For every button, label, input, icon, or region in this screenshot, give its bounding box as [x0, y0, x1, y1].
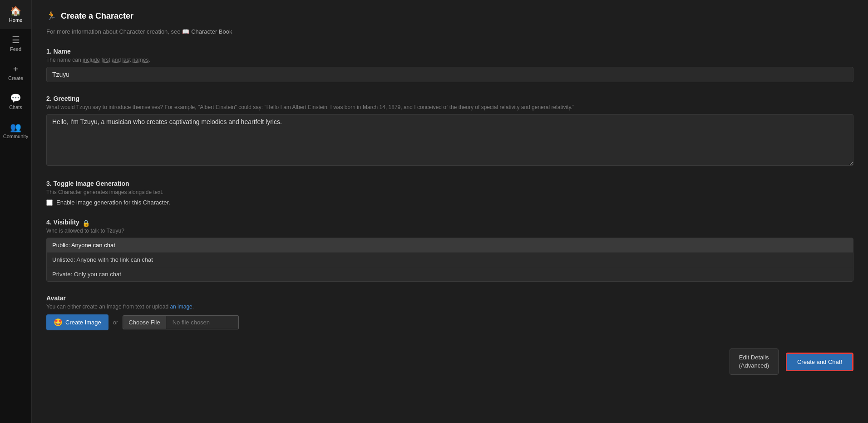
sidebar-item-feed-label: Feed: [10, 46, 21, 52]
visibility-option-unlisted[interactable]: Unlisted: Anyone with the link can chat: [47, 252, 853, 267]
sidebar-item-create[interactable]: + Create: [0, 58, 31, 87]
sidebar-item-chats[interactable]: 💬 Chats: [0, 87, 31, 116]
sidebar-item-feed[interactable]: ☰ Feed: [0, 29, 31, 58]
sidebar-item-home[interactable]: 🏠 Home: [0, 0, 31, 29]
main-content: 🏃 Create a Character For more informatio…: [32, 0, 868, 423]
edit-details-button[interactable]: Edit Details(Advanced): [730, 348, 779, 375]
greeting-section: 2. Greeting What would Tzuyu say to intr…: [46, 95, 853, 167]
create-image-label: Create Image: [65, 319, 101, 326]
visibility-section: 4. Visibility 🔒 Who is allowed to talk t…: [46, 219, 853, 282]
sidebar-item-community[interactable]: 👥 Community: [0, 116, 31, 145]
toggle-image-section: 3. Toggle Image Generation This Characte…: [46, 180, 853, 206]
sidebar-item-home-label: Home: [9, 17, 22, 23]
create-image-button[interactable]: 🤩 Create Image: [46, 314, 108, 330]
toggle-image-title: 3. Toggle Image Generation: [46, 180, 853, 187]
page-icon: 🏃: [46, 11, 56, 21]
feed-icon: ☰: [12, 35, 20, 45]
greeting-textarea[interactable]: Hello, I'm Tzuyu, a musician who creates…: [46, 114, 853, 166]
page-subtitle: For more information about Character cre…: [46, 28, 853, 35]
character-book-link[interactable]: 📖📖Character BookCharacter Book: [182, 28, 232, 35]
visibility-option-public[interactable]: Public: Anyone can chat: [47, 238, 853, 252]
chats-icon: 💬: [10, 94, 21, 103]
plus-icon: +: [13, 65, 19, 74]
greeting-section-title: 2. Greeting: [46, 95, 853, 102]
avatar-section: Avatar You can either create an image fr…: [46, 294, 853, 330]
avatar-desc: You can either create an image from text…: [46, 304, 853, 310]
home-icon: 🏠: [10, 6, 21, 15]
avatar-title: Avatar: [46, 294, 853, 302]
visibility-select[interactable]: Public: Anyone can chat Unlisted: Anyone…: [46, 238, 853, 282]
sidebar-item-create-label: Create: [8, 75, 23, 81]
name-section-title: 1. Name: [46, 48, 853, 55]
greeting-section-desc: What would Tzuyu say to introduce themse…: [46, 104, 853, 110]
upload-image-link[interactable]: an image: [170, 304, 192, 310]
page-header: 🏃 Create a Character: [46, 11, 853, 21]
community-icon: 👥: [10, 123, 21, 132]
visibility-title-row: 4. Visibility 🔒: [46, 219, 853, 228]
book-icon: 📖: [182, 28, 189, 35]
avatar-controls: 🤩 Create Image or Choose File No file ch…: [46, 314, 853, 330]
create-and-chat-button[interactable]: Create and Chat!: [786, 353, 853, 371]
page-title: Create a Character: [61, 11, 133, 21]
name-section-desc: The name can include first and last name…: [46, 57, 853, 63]
action-row: Edit Details(Advanced) Create and Chat!: [46, 348, 853, 386]
image-generation-label[interactable]: Enable image generation for this Charact…: [56, 199, 170, 206]
sidebar-item-community-label: Community: [3, 134, 29, 139]
name-input[interactable]: [46, 67, 853, 82]
or-text: or: [113, 319, 118, 326]
sidebar-item-chats-label: Chats: [9, 105, 22, 110]
create-image-emoji: 🤩: [54, 318, 63, 327]
visibility-section-desc: Who is allowed to talk to Tzuyu?: [46, 228, 853, 234]
toggle-image-desc: This Character generates images alongsid…: [46, 189, 853, 195]
lock-icon: 🔒: [82, 219, 90, 227]
file-name-display: No file chosen: [166, 315, 239, 329]
image-generation-checkbox[interactable]: [46, 199, 53, 206]
image-generation-checkbox-row: Enable image generation for this Charact…: [46, 199, 853, 206]
sidebar: 🏠 Home ☰ Feed + Create 💬 Chats 👥 Communi…: [0, 0, 32, 423]
name-section: 1. Name The name can include first and l…: [46, 48, 853, 82]
choose-file-button[interactable]: Choose File: [123, 315, 166, 329]
file-input-wrapper: Choose File No file chosen: [123, 315, 238, 329]
visibility-section-title: 4. Visibility: [46, 219, 79, 226]
visibility-option-private[interactable]: Private: Only you can chat: [47, 267, 853, 281]
